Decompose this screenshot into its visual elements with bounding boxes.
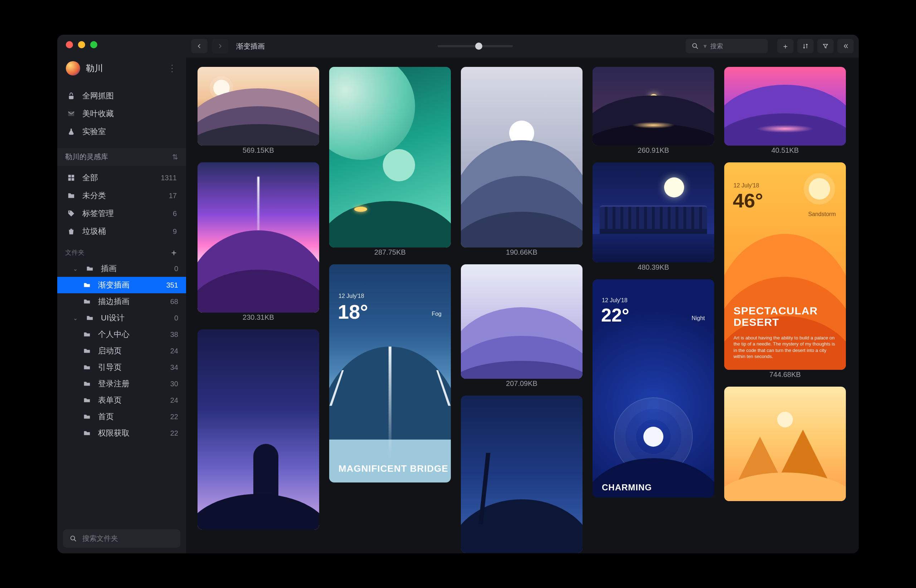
add-folder-button[interactable]: ＋ — [170, 247, 178, 258]
folder-item[interactable]: 个人中心38 — [57, 326, 186, 342]
thumbnail-card[interactable]: 12 July'18 46° Sandstorm SPECTACULAR DES… — [724, 162, 846, 370]
folder-item[interactable]: 权限获取22 — [57, 425, 186, 441]
card-date: 12 July'18 — [733, 183, 759, 189]
sort-button[interactable] — [797, 39, 814, 53]
avatar — [66, 61, 80, 76]
folder-item[interactable]: ⌄UI设计0 — [57, 310, 186, 326]
thumbnail-card[interactable] — [724, 387, 846, 501]
thumbnail-card[interactable] — [461, 264, 583, 379]
filter-button[interactable] — [817, 39, 834, 53]
thumbnail-card[interactable]: 12 July'18 18° Fog MAGNIFICENT BRIDGE — [329, 264, 451, 483]
card-date: 12 July'18 — [602, 297, 628, 304]
lib-count: 9 — [173, 228, 177, 236]
slider-knob[interactable] — [475, 42, 482, 50]
search-placeholder: 搜索 — [710, 42, 723, 50]
folder-item[interactable]: ⌄插画0 — [57, 260, 186, 277]
svg-rect-1 — [71, 175, 74, 178]
folder-count: 24 — [170, 396, 178, 404]
folder-icon — [85, 264, 94, 273]
thumbnail-card[interactable] — [329, 67, 451, 247]
back-button[interactable] — [191, 39, 207, 53]
lib-label: 未分类 — [82, 190, 106, 201]
chevron-down-icon: ⌄ — [73, 265, 79, 272]
breadcrumb: 渐变插画 — [236, 42, 265, 51]
lib-trash[interactable]: 垃圾桶 9 — [57, 223, 186, 240]
folder-icon — [82, 363, 92, 372]
svg-point-5 — [71, 536, 75, 540]
folder-icon — [82, 346, 92, 355]
lib-label: 垃圾桶 — [82, 226, 106, 237]
svg-rect-2 — [68, 178, 71, 181]
folder-count: 38 — [170, 331, 178, 339]
forward-button[interactable] — [212, 39, 228, 53]
lib-label: 全部 — [82, 173, 98, 183]
folder-count: 68 — [170, 297, 178, 306]
thumbnail-card[interactable] — [592, 67, 714, 145]
folder-icon — [82, 330, 92, 339]
chevron-down-icon: ⌄ — [73, 315, 79, 321]
tag-icon — [66, 209, 76, 218]
folder-item[interactable]: 渐变插画351 — [57, 277, 186, 293]
user-row[interactable]: 勒川 ⋮ — [57, 55, 186, 85]
svg-point-4 — [69, 212, 70, 212]
folder-item[interactable]: 表单页24 — [57, 392, 186, 409]
thumbnail-card[interactable] — [461, 396, 583, 553]
folder-item[interactable]: 登录注册30 — [57, 376, 186, 392]
gallery: 569.15KB 230.31KB — [186, 58, 859, 553]
folder-item[interactable]: 启动页24 — [57, 342, 186, 359]
close-window-button[interactable] — [66, 41, 73, 48]
folder-item[interactable]: 描边插画68 — [57, 293, 186, 310]
lib-tags[interactable]: 标签管理 6 — [57, 205, 186, 223]
folder-label: 登录注册 — [98, 378, 129, 389]
sidebar-search[interactable]: 搜索文件夹 — [63, 529, 180, 548]
thumbnail-card[interactable] — [592, 162, 714, 263]
folder-label: 描边插画 — [98, 296, 129, 307]
folder-count: 22 — [170, 413, 178, 421]
add-button[interactable]: ＋ — [777, 39, 794, 53]
search-input[interactable]: ▾ 搜索 — [686, 39, 768, 53]
card-title: MAGNIFICENT BRIDGE — [338, 464, 448, 474]
card-cond: Sandstorm — [808, 211, 836, 218]
nav-lab[interactable]: 实验室 — [57, 123, 186, 141]
lib-count: 17 — [169, 192, 177, 200]
folder-item[interactable]: 引导页34 — [57, 359, 186, 376]
folder-count: 22 — [170, 429, 178, 438]
thumbnail-caption: 40.51KB — [724, 145, 846, 155]
thumbnail-card[interactable]: 12 July'18 22° Night CHARMING — [592, 279, 714, 498]
folder-count: 351 — [167, 281, 178, 289]
folder-icon — [82, 297, 92, 306]
lib-label: 标签管理 — [82, 208, 114, 219]
main: 渐变插画 ▾ 搜索 ＋ — [186, 35, 859, 553]
nav-favorites[interactable]: 美叶收藏 — [57, 105, 186, 123]
folder-label: 渐变插画 — [98, 280, 129, 291]
thumbnail-card[interactable] — [197, 67, 319, 145]
nav-label: 全网抓图 — [82, 90, 114, 101]
folder-count: 0 — [174, 314, 178, 322]
trash-icon — [66, 227, 76, 236]
mail-icon — [66, 109, 76, 118]
maximize-window-button[interactable] — [90, 41, 97, 48]
nav-label: 实验室 — [82, 126, 106, 137]
card-title: SPECTACULAR DESERT — [733, 305, 846, 328]
user-more-icon[interactable]: ⋮ — [167, 63, 178, 74]
svg-rect-3 — [71, 178, 74, 181]
library-switcher[interactable]: 勒川的灵感库 ⇅ — [57, 148, 186, 166]
lib-all[interactable]: 全部 1311 — [57, 169, 186, 187]
thumbnail-caption: 260.91KB — [592, 145, 714, 155]
library-switcher-label: 勒川的灵感库 — [65, 152, 108, 162]
folder-item[interactable]: 首页22 — [57, 409, 186, 425]
nav-capture[interactable]: 全网抓图 — [57, 87, 186, 105]
thumbnail-card[interactable] — [197, 330, 319, 530]
thumbnail-card[interactable] — [461, 67, 583, 247]
thumbnail-caption: 480.39KB — [592, 263, 714, 271]
lib-uncategorized[interactable]: 未分类 17 — [57, 187, 186, 205]
folders-header-label: 文件夹 — [65, 248, 84, 257]
folder-icon — [85, 313, 94, 323]
lib-count: 6 — [173, 210, 177, 218]
thumbnail-card[interactable] — [197, 162, 319, 313]
card-cond: Night — [692, 315, 705, 321]
collapse-panel-button[interactable] — [837, 39, 854, 53]
thumbnail-card[interactable] — [724, 67, 846, 145]
thumbnail-size-slider[interactable] — [438, 45, 513, 47]
minimize-window-button[interactable] — [78, 41, 85, 48]
